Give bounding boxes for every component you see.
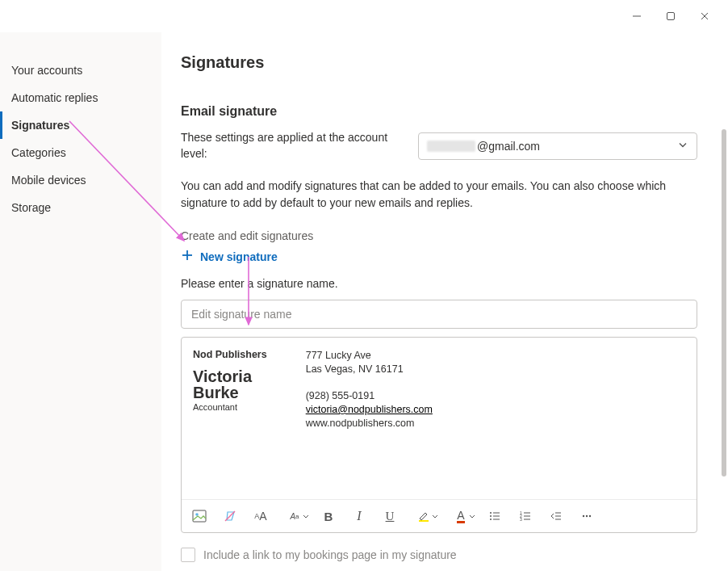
editor-toolbar: AA Aa B I U A [182, 499, 697, 532]
minimize-button[interactable] [631, 10, 642, 22]
sidebar-item-your-accounts[interactable]: Your accounts [0, 57, 161, 84]
italic-icon[interactable]: I [349, 508, 369, 524]
redacted-email-prefix [427, 141, 475, 152]
font-size-icon[interactable]: AA [251, 508, 270, 524]
signature-address-1: 777 Lucky Ave [306, 349, 433, 363]
sidebar-item-storage[interactable]: Storage [0, 194, 161, 221]
signature-person-last: Burke [193, 384, 267, 401]
svg-point-7 [195, 513, 199, 516]
bookings-link-checkbox[interactable] [181, 548, 195, 562]
bookings-link-label: Include a link to my bookings page in my… [203, 548, 457, 561]
new-signature-button[interactable]: New signature [181, 249, 278, 264]
sidebar: Your accounts Automatic replies Signatur… [0, 32, 161, 571]
svg-rect-10 [419, 520, 429, 522]
maximize-button[interactable] [665, 10, 676, 22]
new-signature-label: New signature [200, 250, 278, 263]
account-select-value: @gmail.com [477, 140, 540, 153]
signature-website: www.nodpublishers.com [306, 417, 433, 430]
sidebar-item-categories[interactable]: Categories [0, 139, 161, 166]
bold-icon[interactable]: B [319, 508, 338, 524]
outdent-icon[interactable] [546, 508, 566, 524]
number-list-icon[interactable]: 123 [516, 508, 535, 524]
account-select[interactable]: @gmail.com [418, 132, 697, 160]
chevron-down-icon [677, 139, 688, 153]
more-icon[interactable] [577, 508, 596, 524]
signature-name-input[interactable] [181, 300, 697, 329]
svg-point-27 [586, 515, 588, 517]
plus-icon [181, 249, 194, 264]
svg-point-28 [589, 515, 591, 517]
signature-editor-content[interactable]: Nod Publishers Victoria Burke Accountant… [182, 338, 697, 499]
signature-address-2: Las Vegas, NV 16171 [306, 363, 433, 376]
svg-rect-1 [667, 13, 675, 20]
clear-format-icon[interactable] [220, 508, 240, 524]
svg-line-9 [225, 511, 235, 521]
image-icon[interactable] [190, 508, 209, 524]
close-button[interactable] [699, 10, 710, 22]
svg-point-11 [490, 512, 492, 514]
section-title: Email signature [181, 104, 697, 119]
highlight-icon[interactable] [411, 508, 437, 524]
font-color-icon[interactable]: A [448, 508, 474, 524]
svg-text:3: 3 [520, 517, 522, 522]
signature-name-prompt: Please enter a signature name. [181, 277, 697, 290]
svg-point-26 [583, 515, 584, 517]
sidebar-item-automatic-replies[interactable]: Automatic replies [0, 84, 161, 111]
underline-icon[interactable]: U [380, 508, 400, 524]
sidebar-item-mobile-devices[interactable]: Mobile devices [0, 166, 161, 194]
signature-editor[interactable]: Nod Publishers Victoria Burke Accountant… [181, 337, 697, 533]
svg-point-12 [490, 515, 492, 517]
window-chrome [631, 0, 728, 32]
svg-point-13 [490, 519, 492, 520]
create-edit-label: Create and edit signatures [181, 229, 697, 242]
font-style-dropdown-icon[interactable]: Aa [282, 508, 308, 524]
signature-phone: (928) 555-0191 [306, 389, 433, 403]
signature-role: Accountant [193, 402, 267, 412]
scrollbar[interactable] [722, 129, 726, 477]
signature-person-first: Victoria [193, 368, 267, 384]
sidebar-item-signatures[interactable]: Signatures [0, 111, 161, 139]
account-level-label: These settings are applied at the accoun… [181, 130, 399, 162]
signature-company: Nod Publishers [193, 349, 267, 360]
signature-email-link[interactable]: victoria@nodpublishers.com [306, 404, 433, 415]
page-title: Signatures [181, 53, 697, 72]
description-text: You can add and modify signatures that c… [181, 178, 697, 212]
bullet-list-icon[interactable] [485, 508, 504, 524]
